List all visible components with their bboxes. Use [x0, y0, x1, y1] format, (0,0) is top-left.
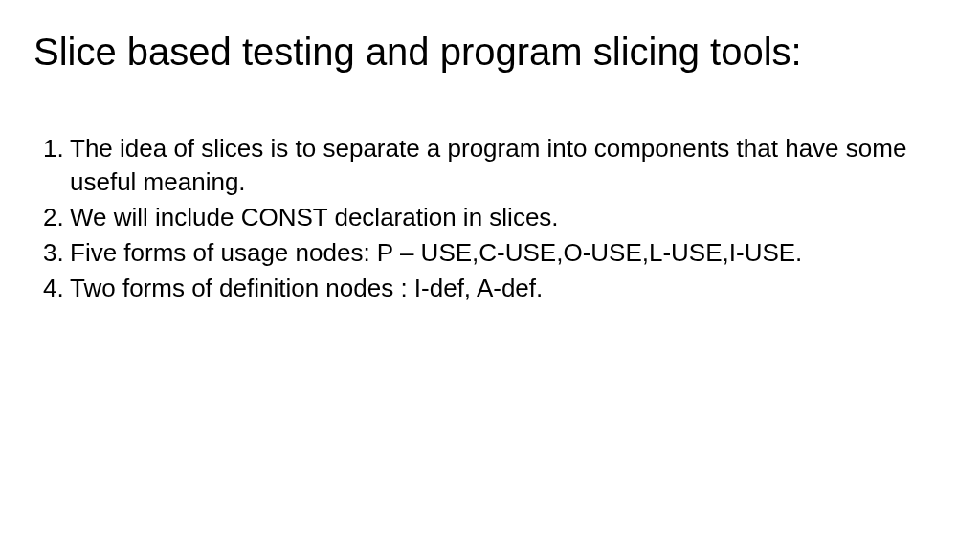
list-text: We will include CONST declaration in sli… [70, 201, 947, 234]
list-item: 2. We will include CONST declaration in … [43, 201, 947, 234]
list-text: Two forms of definition nodes : I-def, A… [70, 272, 947, 305]
list-item: 4. Two forms of definition nodes : I-def… [43, 272, 947, 305]
list-number: 2. [43, 201, 70, 234]
list-item: 1. The idea of slices is to separate a p… [43, 132, 947, 199]
list-number: 1. [43, 132, 70, 199]
list-text: The idea of slices is to separate a prog… [70, 132, 947, 199]
list-number: 3. [43, 236, 70, 270]
list-text: Five forms of usage nodes: P – USE,C-USE… [70, 236, 947, 270]
list-number: 4. [43, 272, 70, 305]
list-item: 3. Five forms of usage nodes: P – USE,C-… [43, 236, 947, 270]
content-list: 1. The idea of slices is to separate a p… [33, 132, 947, 305]
slide-title: Slice based testing and program slicing … [33, 29, 947, 75]
